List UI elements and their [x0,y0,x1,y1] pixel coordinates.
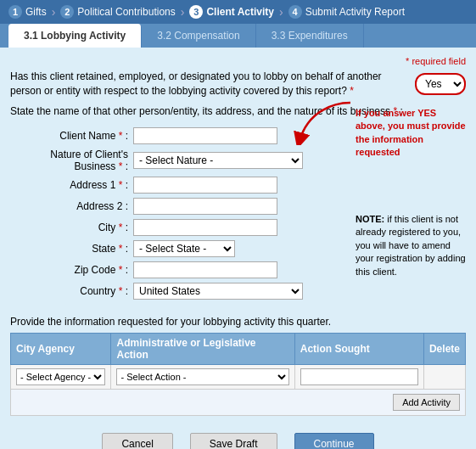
state-label-field: State * : [10,243,133,255]
country-label: Country * : [10,285,133,297]
add-activity-row: Add Activity [10,390,466,416]
nature-select[interactable]: - Select Nature - [133,152,303,169]
leg-action-select[interactable]: - Select Action - [116,368,288,385]
agency-cell: - Select Agency - [11,364,111,389]
tab-lobbying-activity[interactable]: 3.1 Lobbying Activity [8,24,142,48]
yes-no-select[interactable]: Yes No [415,73,466,95]
nav-step-4[interactable]: 4 Submit Activity Report [288,5,405,19]
nav-step-3[interactable]: 3 Client Activity [189,5,274,19]
city-input[interactable] [133,219,277,236]
arrow-annotation-svg [291,94,359,145]
main-content: * required field Has this client retaine… [0,48,476,424]
step-label-1: Gifts [25,6,47,18]
agency-select[interactable]: - Select Agency - [16,368,105,385]
client-name-label: Client Name * : [10,130,133,142]
country-row: Country * : United States [10,283,466,300]
note-block: NOTE: if this client is not already regi… [356,213,466,278]
address1-row: Address 1 * : [10,177,466,194]
tab-compensation[interactable]: 3.2 Compensation [142,24,255,48]
nature-label: Nature of Client's Business * : [10,149,133,172]
step-num-4: 4 [288,5,302,19]
bottom-bar: Cancel Save Draft Continue [0,424,476,449]
address1-input[interactable] [133,177,277,194]
address1-label: Address 1 * : [10,179,133,191]
address2-label: Address 2 : [10,200,133,212]
table-row: - Select Agency - - Select Action - [11,364,466,389]
tab-expenditures[interactable]: 3.3 Expenditures [256,24,364,48]
step-num-1: 1 [8,5,22,19]
activity-table: City Agency Administrative or Legislativ… [10,333,466,390]
zip-label: Zip Code * : [10,264,133,276]
col-delete: Delete [423,333,465,364]
city-label: City * : [10,222,133,233]
table-intro: Provide the information requested for yo… [10,316,466,328]
nav-sep-1: › [52,5,56,19]
col-action-sought: Action Sought [294,333,423,364]
annotation-block: If you answer YES above, you must provid… [356,107,466,160]
step-label-3: Client Activity [206,6,274,18]
leg-action-cell: - Select Action - [111,364,294,389]
sub-tabs: 3.1 Lobbying Activity 3.2 Compensation 3… [0,24,476,48]
nav-step-2[interactable]: 2 Political Contributions [60,5,175,19]
state-select[interactable]: - Select State - [133,240,235,257]
question-row: Has this client retained, employed, or d… [10,70,466,98]
action-sought-cell [294,364,423,389]
zip-input[interactable] [133,261,277,278]
address2-row: Address 2 : [10,198,466,215]
save-draft-button[interactable]: Save Draft [190,433,277,449]
continue-button[interactable]: Continue [294,433,374,449]
step-label-4: Submit Activity Report [305,6,405,18]
step-num-2: 2 [60,5,74,19]
top-nav: 1 Gifts › 2 Political Contributions › 3 … [0,0,476,24]
table-section: Provide the information requested for yo… [10,316,466,416]
step-num-3: 3 [189,5,203,19]
nav-sep-2: › [181,5,185,19]
step-label-2: Political Contributions [77,6,175,18]
client-name-input[interactable] [133,127,277,144]
country-select[interactable]: United States [133,283,303,300]
col-city-agency: City Agency [11,333,111,364]
cancel-button[interactable]: Cancel [102,433,172,449]
col-action: Administrative or Legislative Action [111,333,294,364]
action-sought-input[interactable] [300,368,418,385]
nav-step-1[interactable]: 1 Gifts [8,5,47,19]
delete-cell [423,364,465,389]
add-activity-button[interactable]: Add Activity [393,394,460,411]
address2-input[interactable] [133,198,277,215]
required-note: * required field [10,56,466,66]
nav-sep-3: › [279,5,283,19]
